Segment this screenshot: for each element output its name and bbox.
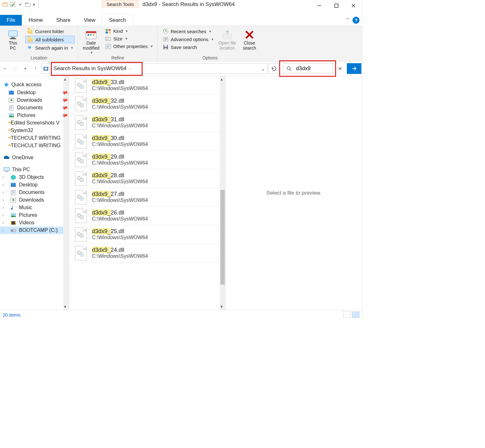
- back-button[interactable]: ←: [1, 64, 9, 74]
- recent-searches-option[interactable]: Recent searches: [161, 28, 215, 35]
- all-subfolders-option[interactable]: All subfolders: [25, 36, 75, 43]
- kind-option[interactable]: Kind: [103, 28, 154, 34]
- sidebar-item[interactable]: ›Music: [0, 204, 69, 211]
- tab-share[interactable]: Share: [50, 15, 77, 26]
- navigation-row: ← → ▾ ↑ › Search Results in SysWOW64› ⌄ …: [0, 62, 362, 76]
- other-properties-option[interactable]: Other properties: [103, 43, 154, 50]
- qat-new-folder-icon[interactable]: [25, 2, 31, 7]
- result-item[interactable]: d3dx9_24.dllC:\Windows\SysWOW64: [69, 244, 225, 263]
- search-tools-tab[interactable]: Search Tools: [102, 0, 138, 8]
- sidebar-scrollbar[interactable]: ▲ ▼: [63, 76, 69, 310]
- sidebar-item[interactable]: Documents📌: [0, 104, 69, 112]
- result-item[interactable]: d3dx9_25.dllC:\Windows\SysWOW64: [69, 225, 225, 244]
- expand-icon[interactable]: ›: [3, 198, 7, 202]
- svg-rect-21: [108, 32, 111, 33]
- sidebar-item[interactable]: Downloads📌: [0, 96, 69, 104]
- file-name: d3dx9_32.dll: [92, 98, 148, 104]
- maximize-button[interactable]: [328, 0, 345, 11]
- expand-icon[interactable]: ›: [3, 213, 7, 217]
- tab-file[interactable]: File: [0, 15, 22, 26]
- ribbon-collapse-icon[interactable]: ⌃: [345, 17, 350, 24]
- results-scrollbar[interactable]: ▲ ▼: [220, 76, 225, 310]
- ribbon-group-label: Refine: [81, 55, 154, 60]
- sidebar-onedrive[interactable]: OneDrive: [0, 154, 69, 161]
- file-name: d3dx9_25.dll: [92, 228, 148, 235]
- svg-rect-2: [10, 2, 15, 7]
- save-search-option[interactable]: Save search: [161, 44, 215, 51]
- file-icon: [75, 115, 87, 130]
- close-search-button[interactable]: Close search: [240, 28, 259, 51]
- sidebar-item[interactable]: Desktop📌: [0, 89, 69, 96]
- address-dropdown-icon[interactable]: ⌄: [258, 66, 267, 72]
- expand-icon[interactable]: ›: [3, 190, 7, 195]
- result-item[interactable]: d3dx9_28.dllC:\Windows\SysWOW64: [69, 169, 225, 188]
- sidebar-item[interactable]: ›Documents: [0, 189, 69, 196]
- window-title: d3dx9 - Search Results in SysWOW64: [138, 0, 311, 9]
- qat-dropdown-icon[interactable]: ▾: [17, 2, 23, 7]
- current-folder-option[interactable]: Current folder: [25, 28, 75, 35]
- result-item[interactable]: d3dx9_32.dllC:\Windows\SysWOW64: [69, 95, 225, 113]
- result-item[interactable]: d3dx9_33.dllC:\Windows\SysWOW64: [69, 76, 225, 95]
- expand-icon[interactable]: ›: [3, 205, 7, 210]
- expand-icon[interactable]: ›: [3, 228, 7, 233]
- refresh-button[interactable]: [268, 63, 280, 74]
- tab-view[interactable]: View: [77, 15, 102, 26]
- svg-rect-1: [3, 3, 7, 4]
- up-button[interactable]: ↑: [31, 64, 40, 74]
- result-item[interactable]: d3dx9_31.dllC:\Windows\SysWOW64: [69, 113, 225, 132]
- view-details-button[interactable]: [343, 312, 351, 318]
- ribbon-group-refine: Date modified Kind Size Other properties…: [78, 26, 157, 61]
- expand-icon[interactable]: ›: [3, 183, 7, 187]
- result-item[interactable]: d3dx9_26.dllC:\Windows\SysWOW64: [69, 207, 225, 225]
- sidebar-item[interactable]: ›BOOTCAMP (C:): [0, 227, 69, 234]
- sidebar-item[interactable]: Pictures📌: [0, 112, 69, 119]
- sidebar-item[interactable]: TECHCULT WRITING: [0, 134, 69, 142]
- sidebar-item[interactable]: ›Downloads: [0, 196, 69, 204]
- recent-locations-button[interactable]: ▾: [21, 64, 30, 74]
- breadcrumb[interactable]: Search Results in SysWOW64›: [52, 65, 132, 72]
- sidebar-item[interactable]: Edited Screenshots V: [0, 119, 69, 127]
- advanced-options-option[interactable]: Advanced options: [161, 36, 215, 43]
- search-box[interactable]: [283, 63, 333, 74]
- sidebar-item[interactable]: ›Pictures: [0, 211, 69, 219]
- qat-properties-icon[interactable]: [10, 2, 15, 7]
- file-path: C:\Windows\SysWOW64: [92, 235, 148, 240]
- ribbon-search: This PC Current folder All subfolders Se…: [0, 26, 362, 62]
- view-large-icons-button[interactable]: [352, 312, 359, 318]
- svg-rect-19: [108, 29, 111, 31]
- scroll-down-icon[interactable]: ▼: [63, 304, 67, 310]
- expand-icon[interactable]: ›: [3, 175, 7, 179]
- close-button[interactable]: [345, 0, 362, 11]
- tab-search[interactable]: Search: [102, 15, 133, 26]
- scroll-up-icon[interactable]: ▲: [220, 76, 224, 82]
- scroll-up-icon[interactable]: ▲: [63, 76, 67, 82]
- result-item[interactable]: d3dx9_27.dllC:\Windows\SysWOW64: [69, 188, 225, 207]
- file-name: d3dx9_24.dll: [92, 247, 148, 253]
- expand-icon[interactable]: ›: [3, 221, 7, 225]
- result-item[interactable]: d3dx9_29.dllC:\Windows\SysWOW64: [69, 151, 225, 169]
- sidebar-this-pc[interactable]: This PC: [0, 166, 69, 173]
- search-input[interactable]: [295, 64, 333, 73]
- preview-pane: Select a file to preview.: [226, 76, 362, 310]
- svg-rect-4: [25, 3, 28, 4]
- tab-home[interactable]: Home: [22, 15, 49, 26]
- qat-overflow[interactable]: ▾: [32, 2, 36, 7]
- search-go-button[interactable]: [347, 63, 361, 74]
- result-item[interactable]: d3dx9_30.dllC:\Windows\SysWOW64: [69, 132, 225, 151]
- sidebar-item[interactable]: TECHCULT WRITING: [0, 142, 69, 149]
- sidebar-quick-access[interactable]: Quick access: [0, 81, 69, 89]
- help-icon[interactable]: ?: [353, 17, 359, 24]
- sidebar-item[interactable]: ›Desktop: [0, 181, 69, 189]
- clear-search-button[interactable]: ✕: [334, 66, 346, 72]
- sidebar-item[interactable]: System32: [0, 127, 69, 134]
- size-option[interactable]: Size: [103, 35, 154, 42]
- date-modified-button[interactable]: Date modified: [81, 28, 101, 55]
- scrollbar-thumb[interactable]: [220, 190, 225, 285]
- minimize-button[interactable]: [311, 0, 328, 11]
- search-again-in-option[interactable]: Search again in: [25, 44, 75, 51]
- sidebar-item[interactable]: ›Videos: [0, 219, 69, 227]
- address-bar[interactable]: › Search Results in SysWOW64› ⌄: [41, 63, 267, 74]
- sidebar-item[interactable]: ›3D Objects: [0, 173, 69, 181]
- this-pc-button[interactable]: This PC: [3, 28, 23, 51]
- scroll-down-icon[interactable]: ▼: [220, 304, 224, 310]
